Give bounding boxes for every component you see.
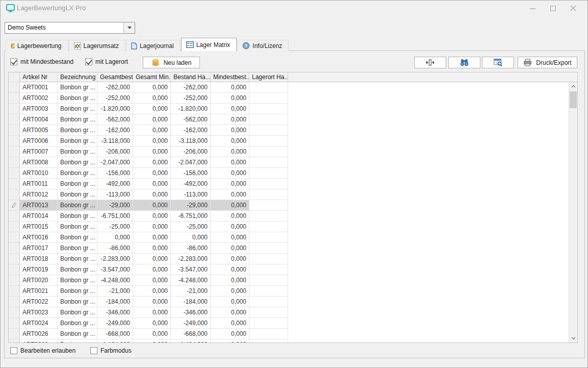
cell-gesamtbestand[interactable]: -156,000 <box>97 168 133 179</box>
cell-bestand-ha[interactable]: -184,000 <box>171 297 211 307</box>
table-row[interactable]: ART0010Bonbon gr ...-156,0000,000-156,00… <box>9 168 288 179</box>
scrollbar-thumb[interactable] <box>570 91 577 108</box>
cell-lagerort[interactable] <box>249 297 288 307</box>
cell-lagerort[interactable] <box>249 275 288 286</box>
scroll-up-button[interactable] <box>569 82 577 90</box>
cell-lagerort[interactable] <box>249 82 288 93</box>
cell-bezeichnung[interactable]: Bonbon gr ... <box>58 243 97 254</box>
cell-gesamt-min[interactable]: 0,000 <box>133 264 171 275</box>
tab-lagerumsatz[interactable]: Lagerumsatz <box>69 40 125 51</box>
cell-artikel-nr[interactable]: ART0022 <box>20 297 58 307</box>
cell-gesamtbestand[interactable]: -206,000 <box>97 146 133 157</box>
table-row[interactable]: ART0003Bonbon gr ...-1.820,0000,000-1.82… <box>9 104 288 114</box>
cell-mindestbestand[interactable]: 0,000 <box>211 222 249 232</box>
cell-bestand-ha[interactable]: 0,000 <box>171 232 211 243</box>
cell-gesamt-min[interactable]: 0,000 <box>133 275 171 286</box>
cell-gesamt-min[interactable]: 0,000 <box>133 254 171 264</box>
cell-bezeichnung[interactable]: Bonbon gr ... <box>58 114 97 125</box>
cell-gesamtbestand[interactable]: -2.283,000 <box>97 254 133 264</box>
cell-bestand-ha[interactable]: -3.547,000 <box>171 264 211 275</box>
cell-lagerort[interactable] <box>249 200 288 211</box>
cell-bezeichnung[interactable]: Bonbon gr ... <box>58 254 97 264</box>
table-row[interactable]: ART0011Bonbon gr ...-492,0000,000-492,00… <box>9 179 288 189</box>
cell-bestand-ha[interactable]: -113,000 <box>171 189 211 200</box>
cell-gesamt-min[interactable]: 0,000 <box>133 222 171 232</box>
cell-gesamt-min[interactable]: 0,000 <box>133 146 171 157</box>
cell-bestand-ha[interactable]: -252,000 <box>171 93 211 104</box>
table-row[interactable]: ART0024Bonbon gr ...-249,0000,000-249,00… <box>9 318 288 329</box>
cell-mindestbestand[interactable]: 0,000 <box>211 146 249 157</box>
table-row[interactable]: ART0014Bonbon gr ...-6.751,0000,000-6.75… <box>9 211 288 222</box>
cell-bestand-ha[interactable]: -25,000 <box>171 222 211 232</box>
table-row[interactable]: ART0022Bonbon gr ...-184,0000,000-184,00… <box>9 297 288 307</box>
cell-artikel-nr[interactable]: ART0020 <box>20 275 58 286</box>
cell-lagerort[interactable] <box>249 222 288 232</box>
cell-bezeichnung[interactable]: Bonbon gr ... <box>58 232 97 243</box>
cell-mindestbestand[interactable]: 0,000 <box>211 286 249 297</box>
cell-gesamt-min[interactable]: 0,000 <box>133 157 171 168</box>
cell-artikel-nr[interactable]: ART0006 <box>20 136 58 146</box>
cell-gesamtbestand[interactable]: -21,000 <box>97 286 133 297</box>
cell-bestand-ha[interactable]: -162,000 <box>171 125 211 136</box>
checkbox-mit-mindestbestand[interactable]: mit Mindestbestand <box>10 58 73 65</box>
cell-lagerort[interactable] <box>249 93 288 104</box>
cell-lagerort[interactable] <box>249 168 288 179</box>
cell-gesamtbestand[interactable]: -6.751,000 <box>97 211 133 222</box>
table-row[interactable]: ART0013Bonbon gr ...-29,0000,000-29,0000… <box>9 200 288 211</box>
cell-mindestbestand[interactable]: 0,000 <box>211 329 249 339</box>
cell-lagerort[interactable] <box>249 264 288 275</box>
table-row[interactable]: ART0015Bonbon gr ...-25,0000,000-25,0000… <box>9 222 288 232</box>
cell-lagerort[interactable] <box>249 307 288 318</box>
cell-artikel-nr[interactable]: ART0018 <box>20 254 58 264</box>
table-row[interactable]: ART0012Bonbon gr ...-113,0000,000-113,00… <box>9 189 288 200</box>
cell-artikel-nr[interactable]: ART0016 <box>20 232 58 243</box>
cell-bezeichnung[interactable]: Bonbon gr ... <box>58 264 97 275</box>
cell-lagerort[interactable] <box>249 232 288 243</box>
search-button[interactable] <box>448 57 480 68</box>
cell-artikel-nr[interactable]: ART0003 <box>20 104 58 114</box>
cell-lagerort[interactable] <box>249 211 288 222</box>
cell-bestand-ha[interactable]: -6.751,000 <box>171 211 211 222</box>
cell-artikel-nr[interactable]: ART0002 <box>20 93 58 104</box>
cell-gesamt-min[interactable]: 0,000 <box>133 93 171 104</box>
cell-gesamt-min[interactable]: 0,000 <box>133 179 171 189</box>
cell-bezeichnung[interactable]: Bonbon gr ... <box>58 297 97 307</box>
cell-gesamtbestand[interactable]: -1.424,000 <box>97 339 133 343</box>
cell-mindestbestand[interactable]: 0,000 <box>211 200 249 211</box>
cell-mindestbestand[interactable]: 0,000 <box>211 125 249 136</box>
cell-lagerort[interactable] <box>249 157 288 168</box>
table-row[interactable]: ART0007Bonbon gr ...-206,0000,000-206,00… <box>9 146 288 157</box>
cell-artikel-nr[interactable]: ART0004 <box>20 114 58 125</box>
cell-mindestbestand[interactable]: 0,000 <box>211 211 249 222</box>
table-row[interactable]: ART0028Bonbon gr ...-1.424,0000,000-1.42… <box>9 339 288 343</box>
cell-lagerort[interactable] <box>249 125 288 136</box>
cell-bezeichnung[interactable]: Bonbon gr ... <box>58 339 97 343</box>
cell-gesamt-min[interactable]: 0,000 <box>133 243 171 254</box>
cell-gesamt-min[interactable]: 0,000 <box>133 297 171 307</box>
cell-gesamt-min[interactable]: 0,000 <box>133 211 171 222</box>
cell-gesamtbestand[interactable]: -3.118,000 <box>97 136 133 146</box>
print-export-button[interactable]: Druck/Export <box>518 57 577 68</box>
table-row[interactable]: ART0005Bonbon gr ...-162,0000,000-162,00… <box>9 125 288 136</box>
cell-artikel-nr[interactable]: ART0015 <box>20 222 58 232</box>
cell-lagerort[interactable] <box>249 179 288 189</box>
cell-lagerort[interactable] <box>249 189 288 200</box>
table-row[interactable]: ART0006Bonbon gr ...-3.118,0000,000-3.11… <box>9 136 288 146</box>
cell-bezeichnung[interactable]: Bonbon gr ... <box>58 329 97 339</box>
cell-bestand-ha[interactable]: -562,000 <box>171 114 211 125</box>
cell-lagerort[interactable] <box>249 114 288 125</box>
cell-gesamt-min[interactable]: 0,000 <box>133 114 171 125</box>
cell-gesamt-min[interactable]: 0,000 <box>133 232 171 243</box>
cell-bezeichnung[interactable]: Bonbon gr ... <box>58 211 97 222</box>
fit-columns-button[interactable] <box>414 57 446 68</box>
cell-lagerort[interactable] <box>249 104 288 114</box>
cell-mindestbestand[interactable]: 0,000 <box>211 264 249 275</box>
cell-bestand-ha[interactable]: -249,000 <box>171 318 211 329</box>
header-gesamtbestand[interactable]: Gesamtbest... <box>97 72 133 82</box>
cell-gesamt-min[interactable]: 0,000 <box>133 329 171 339</box>
cell-bezeichnung[interactable]: Bonbon gr ... <box>58 318 97 329</box>
cell-mindestbestand[interactable]: 0,000 <box>211 104 249 114</box>
cell-lagerort[interactable] <box>249 136 288 146</box>
cell-bestand-ha[interactable]: -29,000 <box>171 200 211 211</box>
cell-bezeichnung[interactable]: Bonbon gr ... <box>58 275 97 286</box>
